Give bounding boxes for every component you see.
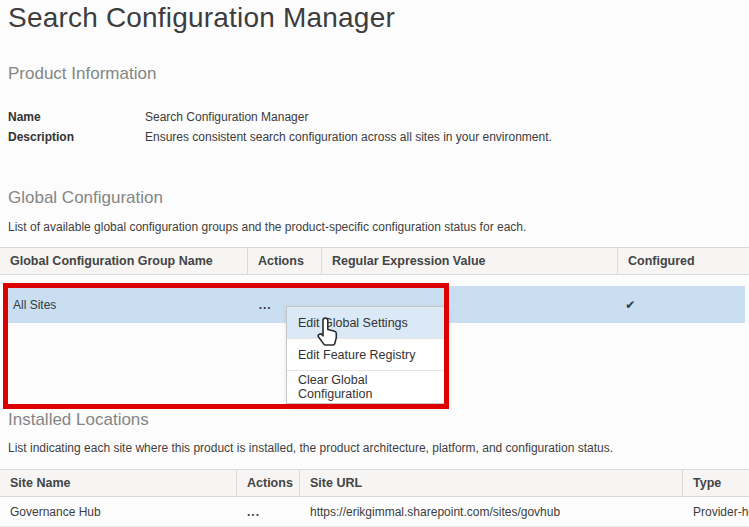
column-header-site-url[interactable]: Site URL — [300, 470, 683, 496]
product-description-row: Description Ensures consistent search co… — [8, 130, 552, 144]
column-header-group-name[interactable]: Global Configuration Group Name — [0, 248, 248, 274]
menu-item-edit-global-settings[interactable]: Edit Global Settings — [287, 307, 444, 339]
configured-check-icon: ✔ — [615, 286, 745, 323]
column-header-type[interactable]: Type — [683, 470, 749, 496]
column-header-regex-value[interactable]: Regular Expression Value — [322, 248, 618, 274]
global-configuration-table: Global Configuration Group Name Actions … — [0, 247, 749, 275]
site-name-cell: Governance Hub — [0, 498, 237, 526]
column-header-site-name[interactable]: Site Name — [0, 470, 237, 496]
name-label: Name — [8, 110, 145, 124]
installed-locations-table-header: Site Name Actions Site URL Type — [0, 469, 749, 497]
search-configuration-manager-page: Search Configuration Manager Product Inf… — [0, 0, 749, 527]
description-value: Ensures consistent search configuration … — [145, 130, 552, 144]
menu-item-edit-feature-registry[interactable]: Edit Feature Registry — [287, 339, 444, 371]
global-configuration-description: List of available global configuration g… — [8, 220, 526, 234]
installed-locations-table: Site Name Actions Site URL Type Governan… — [0, 469, 749, 527]
menu-item-clear-global-configuration[interactable]: Clear Global Configuration — [287, 371, 444, 403]
page-title: Search Configuration Manager — [8, 2, 395, 34]
row-actions-context-menu: Edit Global Settings Edit Feature Regist… — [286, 306, 445, 404]
row-actions-menu-button[interactable]: ... — [237, 498, 300, 526]
global-configuration-heading: Global Configuration — [8, 188, 163, 208]
product-information-heading: Product Information — [8, 64, 156, 84]
description-label: Description — [8, 130, 145, 144]
installed-locations-description: List indicating each site where this pro… — [8, 441, 613, 455]
group-name-cell: All Sites — [3, 286, 249, 323]
table-row-governance-hub[interactable]: Governance Hub ... https://erikgimmal.sh… — [0, 498, 749, 527]
column-header-actions[interactable]: Actions — [248, 248, 322, 274]
name-value: Search Configuration Manager — [145, 110, 308, 124]
installed-locations-heading: Installed Locations — [8, 410, 149, 430]
column-header-configured[interactable]: Configured — [618, 248, 749, 274]
column-header-actions[interactable]: Actions — [237, 470, 300, 496]
product-name-row: Name Search Configuration Manager — [8, 110, 308, 124]
site-type-cell: Provider-ho — [683, 498, 749, 526]
global-configuration-table-header: Global Configuration Group Name Actions … — [0, 247, 749, 275]
site-url-link[interactable]: https://erikgimmal.sharepoint.com/sites/… — [300, 498, 683, 526]
